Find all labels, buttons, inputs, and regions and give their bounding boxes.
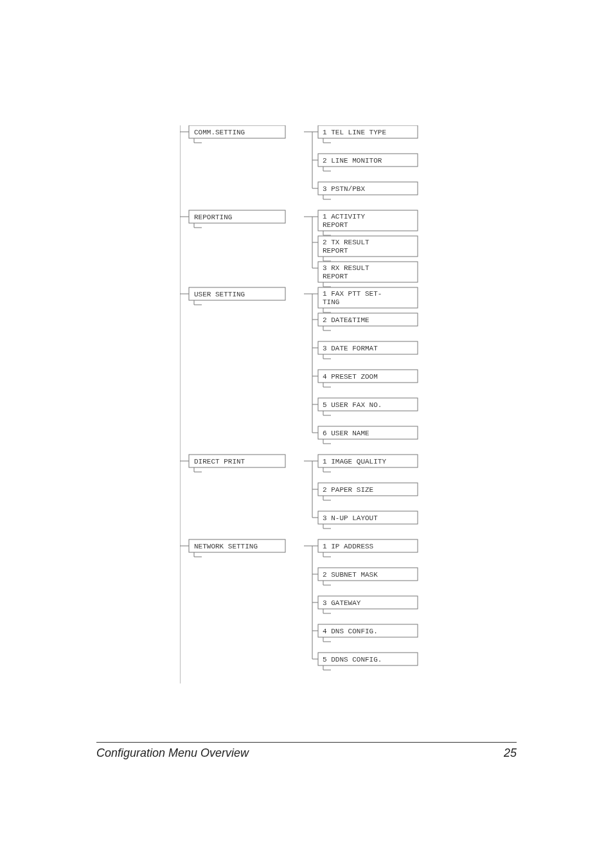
- child-date-format: 3 DATE FORMAT: [323, 345, 378, 352]
- child-user-fax-no: 5 USER FAX NO.: [323, 401, 382, 409]
- child-ddns-config: 5 DDNS CONFIG.: [323, 656, 382, 664]
- child-datetime: 2 DATE&TIME: [323, 316, 369, 324]
- child-image-quality: 1 IMAGE QUALITY: [323, 458, 386, 466]
- child-tx-result-l2: REPORT: [323, 247, 348, 255]
- parent-user-setting: USER SETTING: [194, 291, 245, 298]
- child-fax-ptt-l1: 1 FAX PTT SET-: [323, 290, 382, 298]
- child-pstn-pbx: 3 PSTN/PBX: [323, 185, 365, 193]
- child-subnet-mask: 2 SUBNET MASK: [323, 571, 378, 579]
- child-preset-zoom: 4 PRESET ZOOM: [323, 373, 378, 381]
- child-activity-report-l1: 1 ACTIVITY: [323, 213, 365, 221]
- child-rx-result-l1: 3 RX RESULT: [323, 264, 369, 272]
- child-fax-ptt-l2: TING: [323, 298, 339, 306]
- child-rx-result-l2: REPORT: [323, 273, 348, 280]
- parent-reporting: REPORTING: [194, 213, 232, 221]
- footer-title: Configuration Menu Overview: [96, 746, 249, 760]
- menu-tree-diagram: COMM.SETTING REPORTING USER SETTING DIRE…: [180, 125, 450, 698]
- parent-direct-print: DIRECT PRINT: [194, 458, 245, 466]
- child-tel-line-type: 1 TEL LINE TYPE: [323, 129, 386, 136]
- child-gateway: 3 GATEWAY: [323, 599, 361, 607]
- child-activity-report-l2: REPORT: [323, 221, 348, 229]
- footer-page-number: 25: [504, 746, 517, 760]
- child-nup-layout: 3 N-UP LAYOUT: [323, 514, 378, 522]
- child-paper-size: 2 PAPER SIZE: [323, 486, 374, 494]
- parent-network-setting: NETWORK SETTING: [194, 543, 258, 550]
- parent-comm-setting: COMM.SETTING: [194, 129, 245, 136]
- child-line-monitor: 2 LINE MONITOR: [323, 157, 382, 165]
- child-dns-config: 4 DNS CONFIG.: [323, 628, 378, 635]
- child-tx-result-l1: 2 TX RESULT: [323, 239, 369, 246]
- child-ip-address: 1 IP ADDRESS: [323, 543, 374, 550]
- child-user-name: 6 USER NAME: [323, 429, 369, 437]
- page-footer: Configuration Menu Overview 25: [96, 742, 517, 760]
